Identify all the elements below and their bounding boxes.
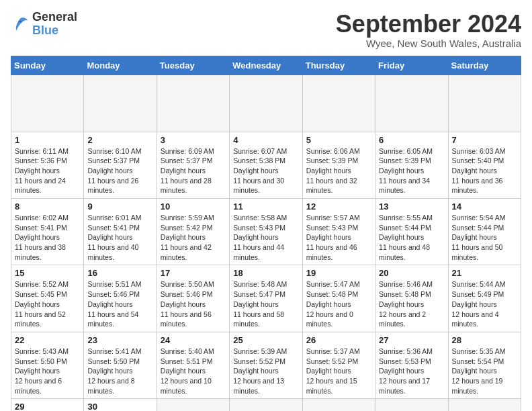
day-info: Sunrise: 5:43 AMSunset: 5:50 PMDaylight … <box>15 347 80 396</box>
day-info: Sunrise: 5:50 AMSunset: 5:46 PMDaylight … <box>161 279 226 328</box>
day-info: Sunrise: 6:11 AMSunset: 5:36 PMDaylight … <box>15 146 80 195</box>
day-info: Sunrise: 5:40 AMSunset: 5:51 PMDaylight … <box>161 347 226 396</box>
calendar-cell-2-2: 10Sunrise: 5:59 AMSunset: 5:42 PMDayligh… <box>157 199 229 265</box>
day-number: 11 <box>233 201 298 212</box>
day-info: Sunrise: 5:44 AMSunset: 5:49 PMDaylight … <box>452 279 517 328</box>
weekday-header-friday: Friday <box>375 56 448 75</box>
day-info: Sunrise: 5:37 AMSunset: 5:52 PMDaylight … <box>306 347 371 396</box>
calendar-cell-3-6: 21Sunrise: 5:44 AMSunset: 5:49 PMDayligh… <box>448 265 521 332</box>
day-info: Sunrise: 6:02 AMSunset: 5:41 PMDaylight … <box>15 213 80 262</box>
calendar-cell-4-6: 28Sunrise: 5:35 AMSunset: 5:54 PMDayligh… <box>448 332 521 398</box>
calendar-cell-1-1: 2Sunrise: 6:10 AMSunset: 5:37 PMDaylight… <box>84 132 157 198</box>
calendar-cell-4-4: 26Sunrise: 5:37 AMSunset: 5:52 PMDayligh… <box>302 332 375 398</box>
title-section: September 2024 Wyee, New South Wales, Au… <box>336 11 521 49</box>
day-number: 19 <box>306 268 371 278</box>
day-info: Sunrise: 5:59 AMSunset: 5:42 PMDaylight … <box>161 213 226 262</box>
weekday-header-row: SundayMondayTuesdayWednesdayThursdayFrid… <box>11 56 521 75</box>
calendar-cell-4-5: 27Sunrise: 5:36 AMSunset: 5:53 PMDayligh… <box>375 332 448 398</box>
calendar-table: SundayMondayTuesdayWednesdayThursdayFrid… <box>11 56 521 411</box>
calendar-cell-3-4: 19Sunrise: 5:47 AMSunset: 5:48 PMDayligh… <box>302 265 375 332</box>
day-info: Sunrise: 6:09 AMSunset: 5:37 PMDaylight … <box>161 146 226 195</box>
weekday-header-sunday: Sunday <box>11 56 84 75</box>
day-info: Sunrise: 5:39 AMSunset: 5:52 PMDaylight … <box>233 347 298 396</box>
calendar-cell-5-5 <box>375 399 448 411</box>
calendar-cell-2-6: 14Sunrise: 5:54 AMSunset: 5:44 PMDayligh… <box>448 199 521 265</box>
weekday-header-saturday: Saturday <box>448 56 521 75</box>
weekday-header-wednesday: Wednesday <box>230 56 302 75</box>
calendar-cell-2-4: 12Sunrise: 5:57 AMSunset: 5:43 PMDayligh… <box>302 199 375 265</box>
day-info: Sunrise: 5:58 AMSunset: 5:43 PMDaylight … <box>233 213 298 262</box>
calendar-cell-3-3: 18Sunrise: 5:48 AMSunset: 5:47 PMDayligh… <box>230 265 302 332</box>
day-number: 16 <box>87 268 152 278</box>
day-number: 7 <box>452 135 517 145</box>
day-number: 22 <box>15 335 80 345</box>
calendar-cell-5-4 <box>302 399 375 411</box>
day-number: 4 <box>233 135 298 145</box>
day-info: Sunrise: 6:10 AMSunset: 5:37 PMDaylight … <box>87 146 152 195</box>
day-number: 18 <box>233 268 298 278</box>
day-number: 8 <box>15 201 80 212</box>
day-info: Sunrise: 5:51 AMSunset: 5:46 PMDaylight … <box>87 279 152 328</box>
day-number: 28 <box>452 335 517 345</box>
calendar-cell-0-3 <box>230 75 302 132</box>
day-info: Sunrise: 6:06 AMSunset: 5:39 PMDaylight … <box>306 146 371 195</box>
calendar-cell-4-1: 23Sunrise: 5:41 AMSunset: 5:50 PMDayligh… <box>84 332 157 398</box>
calendar-cell-0-1 <box>84 75 157 132</box>
calendar-cell-5-6 <box>448 399 521 411</box>
week-row-3: 15Sunrise: 5:52 AMSunset: 5:45 PMDayligh… <box>11 265 521 332</box>
day-info: Sunrise: 5:48 AMSunset: 5:47 PMDaylight … <box>233 279 298 328</box>
day-number: 20 <box>379 268 444 278</box>
calendar-cell-1-0: 1Sunrise: 6:11 AMSunset: 5:36 PMDaylight… <box>11 132 84 198</box>
calendar-cell-0-2 <box>157 75 229 132</box>
day-info: Sunrise: 5:57 AMSunset: 5:43 PMDaylight … <box>306 213 371 262</box>
logo: General Blue <box>11 11 77 38</box>
calendar-cell-2-0: 8Sunrise: 6:02 AMSunset: 5:41 PMDaylight… <box>11 199 84 265</box>
calendar-cell-3-1: 16Sunrise: 5:51 AMSunset: 5:46 PMDayligh… <box>84 265 157 332</box>
day-info: Sunrise: 6:01 AMSunset: 5:41 PMDaylight … <box>87 213 152 262</box>
calendar-cell-5-3 <box>230 399 302 411</box>
calendar-cell-0-0 <box>11 75 84 132</box>
day-number: 29 <box>15 402 80 411</box>
day-info: Sunrise: 6:03 AMSunset: 5:40 PMDaylight … <box>452 146 517 195</box>
day-info: Sunrise: 6:07 AMSunset: 5:38 PMDaylight … <box>233 146 298 195</box>
day-number: 5 <box>306 135 371 145</box>
calendar-cell-1-6: 7Sunrise: 6:03 AMSunset: 5:40 PMDaylight… <box>448 132 521 198</box>
calendar-cell-4-2: 24Sunrise: 5:40 AMSunset: 5:51 PMDayligh… <box>157 332 229 398</box>
day-number: 12 <box>306 201 371 212</box>
week-row-5: 29Sunrise: 5:33 AMSunset: 5:54 PMDayligh… <box>11 399 521 411</box>
day-number: 10 <box>161 201 226 212</box>
week-row-0 <box>11 75 521 132</box>
day-number: 23 <box>87 335 152 345</box>
day-info: Sunrise: 5:35 AMSunset: 5:54 PMDaylight … <box>452 347 517 396</box>
day-number: 3 <box>161 135 226 145</box>
calendar-cell-1-4: 5Sunrise: 6:06 AMSunset: 5:39 PMDaylight… <box>302 132 375 198</box>
calendar-cell-2-1: 9Sunrise: 6:01 AMSunset: 5:41 PMDaylight… <box>84 199 157 265</box>
calendar-cell-1-5: 6Sunrise: 6:05 AMSunset: 5:39 PMDaylight… <box>375 132 448 198</box>
day-number: 25 <box>233 335 298 345</box>
day-number: 17 <box>161 268 226 278</box>
location: Wyee, New South Wales, Australia <box>336 38 521 49</box>
day-number: 9 <box>87 201 152 212</box>
calendar-cell-0-6 <box>448 75 521 132</box>
calendar-cell-2-3: 11Sunrise: 5:58 AMSunset: 5:43 PMDayligh… <box>230 199 302 265</box>
day-info: Sunrise: 5:36 AMSunset: 5:53 PMDaylight … <box>379 347 444 396</box>
calendar-cell-2-5: 13Sunrise: 5:55 AMSunset: 5:44 PMDayligh… <box>375 199 448 265</box>
calendar-cell-5-1: 30Sunrise: 5:32 AMSunset: 5:55 PMDayligh… <box>84 399 157 411</box>
logo-text-blue: Blue <box>32 24 77 38</box>
day-number: 2 <box>87 135 152 145</box>
week-row-2: 8Sunrise: 6:02 AMSunset: 5:41 PMDaylight… <box>11 199 521 265</box>
calendar-cell-0-5 <box>375 75 448 132</box>
day-number: 30 <box>87 402 152 411</box>
day-number: 15 <box>15 268 80 278</box>
day-number: 14 <box>452 201 517 212</box>
page-header: General Blue September 2024 Wyee, New So… <box>11 11 521 49</box>
weekday-header-monday: Monday <box>84 56 157 75</box>
calendar-cell-5-0: 29Sunrise: 5:33 AMSunset: 5:54 PMDayligh… <box>11 399 84 411</box>
day-info: Sunrise: 5:54 AMSunset: 5:44 PMDaylight … <box>452 213 517 262</box>
calendar-cell-3-2: 17Sunrise: 5:50 AMSunset: 5:46 PMDayligh… <box>157 265 229 332</box>
logo-icon <box>11 15 30 34</box>
day-number: 6 <box>379 135 444 145</box>
day-number: 24 <box>161 335 226 345</box>
day-number: 26 <box>306 335 371 345</box>
calendar-cell-4-0: 22Sunrise: 5:43 AMSunset: 5:50 PMDayligh… <box>11 332 84 398</box>
